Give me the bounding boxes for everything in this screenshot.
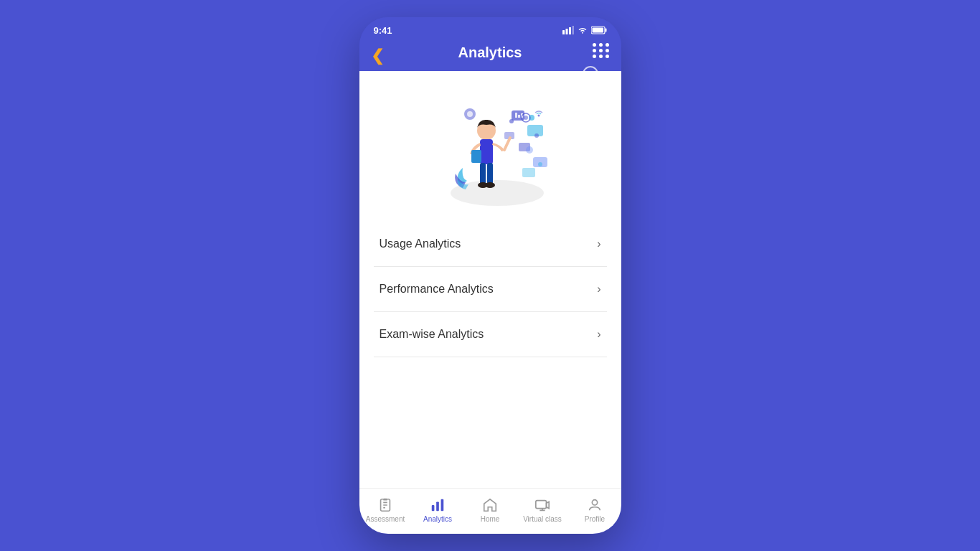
svg-rect-26 (471, 150, 481, 163)
status-icons (562, 26, 607, 34)
home-nav-label: Home (481, 515, 500, 523)
svg-rect-42 (436, 501, 439, 511)
svg-point-4 (582, 32, 583, 34)
svg-rect-43 (441, 499, 444, 511)
page-title: Analytics (458, 44, 522, 61)
phone-frame: 9:41 ❮ Ana (359, 17, 621, 534)
performance-analytics-item[interactable]: Performance Analytics › (374, 267, 607, 312)
main-content: Usage Analytics › Performance Analytics … (359, 71, 621, 488)
svg-rect-15 (515, 113, 517, 118)
svg-marker-47 (547, 501, 550, 508)
exam-analytics-item[interactable]: Exam-wise Analytics › (374, 312, 607, 357)
svg-rect-16 (518, 115, 520, 118)
svg-point-22 (509, 119, 514, 123)
svg-rect-6 (605, 29, 606, 32)
svg-rect-7 (592, 28, 603, 33)
analytics-illustration (359, 71, 621, 215)
profile-icon (587, 497, 603, 513)
usage-analytics-item[interactable]: Usage Analytics › (374, 222, 607, 267)
exam-analytics-label: Exam-wise Analytics (380, 328, 484, 341)
svg-point-30 (485, 182, 495, 188)
svg-point-34 (524, 116, 528, 120)
profile-nav-label: Profile (585, 515, 605, 523)
status-time: 9:41 (374, 25, 392, 36)
battery-icon (591, 26, 607, 34)
nav-profile[interactable]: Profile (573, 497, 616, 523)
analytics-nav-label: Analytics (423, 515, 452, 523)
virtual-class-icon (534, 497, 550, 513)
back-button[interactable]: ❮ (371, 47, 384, 65)
grid-menu-button[interactable] (593, 43, 610, 58)
app-header: ❮ Analytics (359, 40, 621, 71)
svg-rect-3 (572, 26, 574, 34)
svg-rect-28 (487, 163, 493, 184)
svg-rect-1 (565, 29, 567, 34)
chevron-right-icon: › (597, 328, 600, 341)
bottom-navigation: Assessment Analytics Home Virtual c (359, 488, 621, 534)
svg-point-19 (534, 133, 539, 138)
assessment-nav-label: Assessment (366, 515, 405, 523)
svg-point-32 (467, 111, 473, 117)
svg-rect-13 (522, 168, 535, 177)
chevron-right-icon: › (597, 283, 600, 296)
nav-analytics[interactable]: Analytics (416, 497, 459, 523)
grid-icon (593, 43, 610, 58)
usage-analytics-label: Usage Analytics (380, 237, 461, 250)
nav-assessment[interactable]: Assessment (364, 497, 407, 523)
svg-rect-41 (432, 505, 435, 511)
performance-analytics-label: Performance Analytics (380, 283, 494, 296)
svg-point-20 (526, 146, 533, 154)
svg-line-25 (504, 138, 510, 150)
nav-home[interactable]: Home (468, 497, 512, 523)
assessment-icon (377, 497, 393, 513)
home-icon (482, 497, 498, 513)
svg-point-48 (592, 499, 597, 504)
svg-rect-24 (480, 139, 493, 164)
svg-point-35 (538, 115, 540, 117)
analytics-menu-list: Usage Analytics › Performance Analytics … (359, 215, 621, 488)
status-bar: 9:41 (359, 17, 621, 40)
svg-rect-44 (536, 500, 547, 508)
svg-rect-0 (562, 30, 565, 34)
nav-virtual-class[interactable]: Virtual class (521, 497, 564, 523)
chevron-right-icon: › (597, 237, 600, 250)
svg-rect-27 (480, 163, 486, 184)
analytics-icon (430, 497, 446, 513)
wifi-icon (577, 26, 588, 34)
signal-icon (562, 26, 574, 34)
svg-point-21 (538, 162, 542, 166)
svg-rect-2 (569, 27, 571, 34)
virtual-class-nav-label: Virtual class (523, 515, 562, 523)
svg-rect-40 (383, 498, 387, 500)
